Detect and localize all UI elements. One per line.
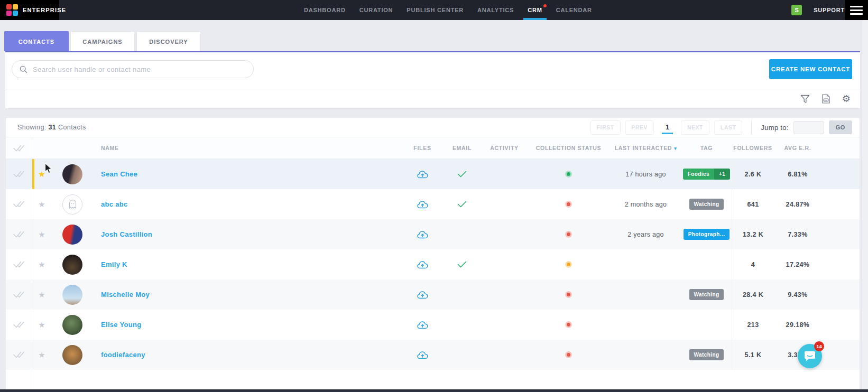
favorite-star-icon[interactable]: ★ bbox=[38, 200, 45, 209]
row-select-check-icon[interactable] bbox=[6, 310, 32, 340]
user-avatar[interactable]: S bbox=[791, 5, 802, 15]
avatar-cell bbox=[51, 225, 94, 245]
table-row[interactable]: ★ Josh Castillion 2 years ago Photograph… bbox=[6, 219, 860, 249]
table-row[interactable]: ★ abc abc 2 months ago Watching 641 24.8… bbox=[6, 189, 860, 219]
tab-discovery[interactable]: DISCOVERY bbox=[136, 31, 201, 51]
favorite-star-icon[interactable]: ★ bbox=[38, 290, 45, 300]
cloud-upload-icon[interactable] bbox=[417, 351, 428, 359]
avg-er-cell: 29.18% bbox=[774, 321, 821, 329]
row-select-check-icon[interactable] bbox=[6, 279, 32, 310]
avatar-cell bbox=[51, 164, 94, 184]
pagination-last-button[interactable]: LAST bbox=[714, 120, 742, 135]
tab-campaigns[interactable]: CAMPAIGNS bbox=[70, 31, 135, 51]
table-row[interactable]: ★ Mischelle Moy Watching 28.4 K 9.43% bbox=[6, 279, 860, 310]
nav-item-publish-center[interactable]: PUBLISH CENTER bbox=[407, 0, 464, 20]
table-row[interactable]: ★ Emily K 4 17.24% bbox=[6, 249, 860, 279]
support-link[interactable]: SUPPORT bbox=[814, 7, 845, 13]
contact-name-link[interactable]: foodiefaceny bbox=[101, 351, 145, 359]
favorite-star-icon[interactable]: ★ bbox=[38, 350, 45, 360]
contact-name-link[interactable]: Elise Young bbox=[101, 321, 142, 329]
contact-name-link[interactable]: abc abc bbox=[101, 200, 128, 208]
avatar-cell bbox=[51, 345, 94, 365]
favorite-star-cell: ★ bbox=[32, 290, 51, 300]
table-row[interactable]: ★ Sean Chee 17 hours ago Foodies+1 2.6 K… bbox=[6, 159, 860, 189]
favorite-star-icon[interactable]: ★ bbox=[38, 320, 45, 330]
contact-name-link[interactable]: Sean Chee bbox=[101, 170, 137, 178]
last-interacted-cell: 17 hours ago bbox=[610, 171, 681, 178]
favorite-star-icon[interactable]: ★ bbox=[38, 260, 45, 269]
pagination-next-button[interactable]: NEXT bbox=[681, 120, 709, 135]
filter-icon[interactable] bbox=[800, 95, 810, 104]
search-input[interactable] bbox=[33, 66, 253, 73]
cloud-upload-icon[interactable] bbox=[417, 170, 428, 179]
row-select-check-icon[interactable] bbox=[6, 159, 32, 189]
cloud-upload-icon[interactable] bbox=[417, 200, 428, 209]
contact-avatar[interactable] bbox=[62, 315, 82, 335]
favorite-star-cell: ★ bbox=[32, 320, 51, 330]
table-row[interactable]: ★ Elise Young 213 29.18% bbox=[6, 310, 860, 340]
email-check-icon bbox=[457, 261, 467, 268]
top-navbar: ENTERPRISE DASHBOARD CURATION PUBLISH CE… bbox=[0, 0, 868, 20]
contact-avatar[interactable] bbox=[62, 225, 82, 245]
nav-item-calendar[interactable]: CALENDAR bbox=[556, 0, 592, 20]
column-header-avg-er: AVG E.R. bbox=[774, 145, 821, 151]
notification-dot bbox=[543, 4, 547, 7]
avatar-cell bbox=[51, 315, 94, 335]
hamburger-menu-icon[interactable] bbox=[845, 0, 868, 20]
nav-item-curation[interactable]: CURATION bbox=[359, 0, 393, 20]
row-select-check-icon[interactable] bbox=[6, 219, 32, 249]
row-select-check-icon[interactable] bbox=[6, 340, 32, 370]
create-new-contact-button[interactable]: CREATE NEW CONTACT bbox=[769, 59, 852, 79]
scrollbar[interactable] bbox=[862, 20, 868, 392]
go-button[interactable]: GO bbox=[829, 120, 852, 134]
table-body: ★ Sean Chee 17 hours ago Foodies+1 2.6 K… bbox=[6, 159, 860, 370]
last-interacted-cell: 2 years ago bbox=[610, 231, 681, 238]
contact-avatar[interactable] bbox=[62, 345, 82, 365]
jump-to-input[interactable] bbox=[793, 121, 824, 134]
contact-name-link[interactable]: Josh Castillion bbox=[101, 230, 152, 238]
csv-export-icon[interactable]: csv bbox=[822, 94, 830, 104]
collection-status-cell bbox=[527, 323, 610, 326]
favorite-star-icon[interactable]: ★ bbox=[38, 170, 45, 179]
pagination-prev-button[interactable]: PREV bbox=[625, 120, 654, 135]
row-select-check-icon[interactable] bbox=[6, 189, 32, 219]
nav-right: S SUPPORT bbox=[791, 0, 845, 20]
favorite-star-icon[interactable]: ★ bbox=[38, 230, 45, 239]
contact-name-link[interactable]: Mischelle Moy bbox=[101, 291, 150, 298]
row-select-check-icon[interactable] bbox=[6, 249, 32, 279]
cloud-upload-icon[interactable] bbox=[417, 321, 428, 329]
followers-cell: 4 bbox=[732, 249, 774, 279]
pagination-first-button[interactable]: FIRST bbox=[590, 120, 621, 135]
settings-gear-icon[interactable]: ⚙ bbox=[842, 94, 851, 104]
nav-item-crm[interactable]: CRM bbox=[528, 0, 542, 20]
collection-status-cell bbox=[527, 232, 610, 236]
tab-contacts[interactable]: CONTACTS bbox=[4, 31, 69, 51]
avg-er-cell: 9.43% bbox=[774, 291, 821, 298]
cloud-upload-icon[interactable] bbox=[417, 230, 428, 239]
tag-cell: Watching bbox=[681, 349, 732, 360]
contact-avatar[interactable] bbox=[62, 164, 82, 184]
avg-er-cell: 17.24% bbox=[774, 261, 821, 268]
files-cell bbox=[402, 351, 442, 359]
nav-item-analytics[interactable]: ANALYTICS bbox=[477, 0, 514, 20]
collection-status-dot bbox=[567, 323, 570, 326]
column-header-last-interacted[interactable]: LAST INTERACTED▾ bbox=[610, 145, 681, 151]
collection-status-cell bbox=[527, 202, 610, 206]
email-cell bbox=[442, 171, 482, 178]
nav-item-dashboard[interactable]: DASHBOARD bbox=[304, 0, 346, 20]
chat-widget-button[interactable]: 14 bbox=[798, 344, 822, 368]
column-header-tag: TAG bbox=[681, 145, 732, 151]
followers-cell: 13.2 K bbox=[732, 219, 774, 249]
table-row[interactable]: ★ foodiefaceny Watching 5.1 K 3.35% bbox=[6, 340, 860, 370]
pagination-current-page[interactable]: 1 bbox=[662, 121, 673, 134]
contact-avatar[interactable] bbox=[62, 285, 82, 305]
followers-cell: 28.4 K bbox=[732, 279, 774, 310]
select-all-check-icon[interactable] bbox=[6, 137, 32, 158]
favorite-star-cell: ★ bbox=[32, 200, 51, 209]
search-box[interactable] bbox=[12, 60, 254, 78]
cloud-upload-icon[interactable] bbox=[417, 291, 428, 299]
contact-name-link[interactable]: Emily K bbox=[101, 260, 127, 268]
cloud-upload-icon[interactable] bbox=[417, 260, 428, 269]
contact-avatar[interactable] bbox=[62, 255, 82, 275]
contact-avatar[interactable] bbox=[62, 194, 82, 214]
